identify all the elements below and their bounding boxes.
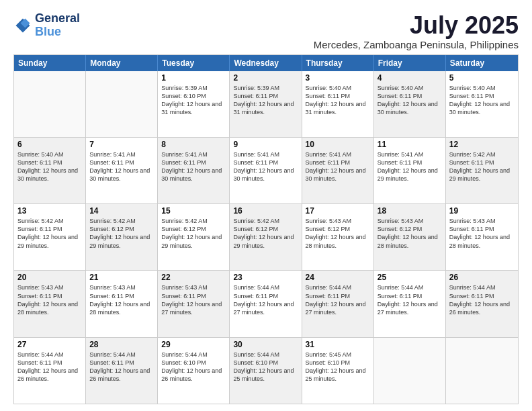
day-number: 30	[233, 340, 298, 349]
day-number: 3	[306, 73, 370, 83]
day-number: 25	[378, 273, 442, 282]
day-number: 18	[378, 206, 442, 216]
calendar-cell: 16Sunrise: 5:42 AM Sunset: 6:12 PM Dayli…	[230, 204, 302, 270]
day-number: 15	[161, 206, 226, 216]
day-number: 5	[449, 73, 515, 83]
cell-info: Sunrise: 5:43 AM Sunset: 6:12 PM Dayligh…	[378, 217, 442, 250]
day-number: 22	[161, 273, 226, 282]
calendar-cell: 26Sunrise: 5:44 AM Sunset: 6:11 PM Dayli…	[446, 271, 518, 336]
calendar-cell: 10Sunrise: 5:41 AM Sunset: 6:11 PM Dayli…	[302, 138, 374, 203]
calendar-header-day: Wednesday	[230, 55, 302, 71]
cell-info: Sunrise: 5:42 AM Sunset: 6:11 PM Dayligh…	[17, 217, 82, 250]
cell-info: Sunrise: 5:40 AM Sunset: 6:11 PM Dayligh…	[449, 84, 515, 117]
cell-info: Sunrise: 5:42 AM Sunset: 6:11 PM Dayligh…	[449, 150, 515, 183]
calendar-header-day: Saturday	[446, 55, 518, 71]
header: General Blue July 2025 Mercedes, Zamboan…	[13, 12, 519, 50]
calendar-week: 20Sunrise: 5:43 AM Sunset: 6:11 PM Dayli…	[14, 271, 518, 337]
calendar-cell: 25Sunrise: 5:44 AM Sunset: 6:11 PM Dayli…	[374, 271, 446, 336]
cell-info: Sunrise: 5:42 AM Sunset: 6:12 PM Dayligh…	[161, 217, 226, 250]
calendar-cell: 29Sunrise: 5:44 AM Sunset: 6:10 PM Dayli…	[158, 338, 230, 404]
calendar-cell: 21Sunrise: 5:43 AM Sunset: 6:11 PM Dayli…	[86, 271, 158, 336]
day-number: 11	[378, 140, 442, 149]
logo: General Blue	[13, 12, 80, 39]
day-number: 29	[161, 340, 226, 349]
cell-info: Sunrise: 5:41 AM Sunset: 6:11 PM Dayligh…	[161, 150, 226, 183]
day-number: 26	[449, 273, 515, 282]
calendar-cell: 24Sunrise: 5:44 AM Sunset: 6:11 PM Dayli…	[302, 271, 374, 336]
day-number: 23	[233, 273, 298, 282]
day-number: 7	[89, 140, 154, 149]
calendar-cell: 12Sunrise: 5:42 AM Sunset: 6:11 PM Dayli…	[446, 138, 518, 203]
calendar-header-day: Tuesday	[158, 55, 230, 71]
cell-info: Sunrise: 5:42 AM Sunset: 6:12 PM Dayligh…	[89, 217, 154, 250]
cell-info: Sunrise: 5:43 AM Sunset: 6:11 PM Dayligh…	[89, 283, 154, 316]
calendar-cell: 19Sunrise: 5:43 AM Sunset: 6:11 PM Dayli…	[446, 204, 518, 270]
calendar-cell: 30Sunrise: 5:44 AM Sunset: 6:10 PM Dayli…	[230, 338, 302, 404]
calendar-cell: 7Sunrise: 5:41 AM Sunset: 6:11 PM Daylig…	[86, 138, 158, 203]
calendar-header-day: Monday	[86, 55, 158, 71]
day-number: 16	[233, 206, 298, 216]
calendar-header-day: Thursday	[302, 55, 374, 71]
calendar-cell	[86, 71, 158, 137]
calendar-cell: 1Sunrise: 5:39 AM Sunset: 6:10 PM Daylig…	[158, 71, 230, 137]
main-title: July 2025	[314, 12, 519, 39]
cell-info: Sunrise: 5:40 AM Sunset: 6:11 PM Dayligh…	[378, 84, 442, 117]
calendar-cell: 20Sunrise: 5:43 AM Sunset: 6:11 PM Dayli…	[14, 271, 86, 336]
cell-info: Sunrise: 5:43 AM Sunset: 6:12 PM Dayligh…	[306, 217, 370, 250]
calendar-week: 6Sunrise: 5:40 AM Sunset: 6:11 PM Daylig…	[14, 138, 518, 204]
calendar-week: 13Sunrise: 5:42 AM Sunset: 6:11 PM Dayli…	[14, 204, 518, 271]
calendar-cell: 14Sunrise: 5:42 AM Sunset: 6:12 PM Dayli…	[86, 204, 158, 270]
cell-info: Sunrise: 5:44 AM Sunset: 6:11 PM Dayligh…	[233, 283, 298, 316]
cell-info: Sunrise: 5:41 AM Sunset: 6:11 PM Dayligh…	[378, 150, 442, 183]
cell-info: Sunrise: 5:39 AM Sunset: 6:10 PM Dayligh…	[161, 84, 226, 117]
day-number: 20	[17, 273, 82, 282]
calendar-header: SundayMondayTuesdayWednesdayThursdayFrid…	[14, 55, 518, 71]
logo-icon	[13, 16, 32, 35]
cell-info: Sunrise: 5:44 AM Sunset: 6:10 PM Dayligh…	[161, 351, 226, 383]
calendar-cell: 11Sunrise: 5:41 AM Sunset: 6:11 PM Dayli…	[374, 138, 446, 203]
day-number: 8	[161, 140, 226, 149]
calendar-cell	[374, 338, 446, 404]
calendar-cell: 13Sunrise: 5:42 AM Sunset: 6:11 PM Dayli…	[14, 204, 86, 270]
cell-info: Sunrise: 5:44 AM Sunset: 6:11 PM Dayligh…	[89, 351, 154, 383]
cell-info: Sunrise: 5:39 AM Sunset: 6:11 PM Dayligh…	[233, 84, 298, 117]
calendar-cell: 27Sunrise: 5:44 AM Sunset: 6:11 PM Dayli…	[14, 338, 86, 404]
title-block: July 2025 Mercedes, Zamboanga Peninsula,…	[314, 12, 519, 50]
cell-info: Sunrise: 5:44 AM Sunset: 6:11 PM Dayligh…	[17, 351, 82, 383]
calendar-cell: 15Sunrise: 5:42 AM Sunset: 6:12 PM Dayli…	[158, 204, 230, 270]
cell-info: Sunrise: 5:43 AM Sunset: 6:11 PM Dayligh…	[17, 283, 82, 316]
day-number: 27	[17, 340, 82, 349]
cell-info: Sunrise: 5:44 AM Sunset: 6:10 PM Dayligh…	[233, 351, 298, 383]
subtitle: Mercedes, Zamboanga Peninsula, Philippin…	[314, 39, 519, 50]
calendar-cell: 6Sunrise: 5:40 AM Sunset: 6:11 PM Daylig…	[14, 138, 86, 203]
day-number: 21	[89, 273, 154, 282]
day-number: 2	[233, 73, 298, 83]
day-number: 19	[449, 206, 515, 216]
day-number: 28	[89, 340, 154, 349]
calendar-week: 27Sunrise: 5:44 AM Sunset: 6:11 PM Dayli…	[14, 338, 518, 404]
day-number: 24	[306, 273, 370, 282]
cell-info: Sunrise: 5:43 AM Sunset: 6:11 PM Dayligh…	[449, 217, 515, 250]
day-number: 14	[89, 206, 154, 216]
cell-info: Sunrise: 5:45 AM Sunset: 6:10 PM Dayligh…	[306, 351, 370, 383]
day-number: 31	[306, 340, 370, 349]
calendar-cell: 2Sunrise: 5:39 AM Sunset: 6:11 PM Daylig…	[230, 71, 302, 137]
calendar-cell: 5Sunrise: 5:40 AM Sunset: 6:11 PM Daylig…	[446, 71, 518, 137]
day-number: 10	[306, 140, 370, 149]
calendar-cell: 22Sunrise: 5:43 AM Sunset: 6:11 PM Dayli…	[158, 271, 230, 336]
day-number: 6	[17, 140, 82, 149]
day-number: 17	[306, 206, 370, 216]
calendar-cell: 9Sunrise: 5:41 AM Sunset: 6:11 PM Daylig…	[230, 138, 302, 203]
calendar-cell: 23Sunrise: 5:44 AM Sunset: 6:11 PM Dayli…	[230, 271, 302, 336]
calendar-cell: 31Sunrise: 5:45 AM Sunset: 6:10 PM Dayli…	[302, 338, 374, 404]
cell-info: Sunrise: 5:40 AM Sunset: 6:11 PM Dayligh…	[17, 150, 82, 183]
calendar-cell	[14, 71, 86, 137]
logo-text: General Blue	[35, 12, 80, 39]
day-number: 1	[161, 73, 226, 83]
day-number: 12	[449, 140, 515, 149]
cell-info: Sunrise: 5:44 AM Sunset: 6:11 PM Dayligh…	[449, 283, 515, 316]
calendar-cell	[446, 338, 518, 404]
cell-info: Sunrise: 5:40 AM Sunset: 6:11 PM Dayligh…	[306, 84, 370, 117]
cell-info: Sunrise: 5:44 AM Sunset: 6:11 PM Dayligh…	[378, 283, 442, 316]
day-number: 13	[17, 206, 82, 216]
